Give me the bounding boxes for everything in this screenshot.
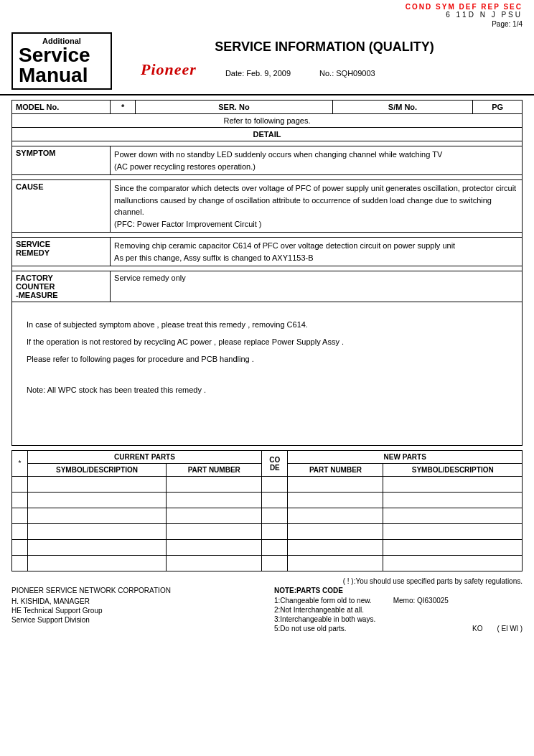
pioneer-text: Pioneer xyxy=(141,60,197,79)
e6c2 xyxy=(27,556,166,571)
gap-row2 xyxy=(12,175,523,180)
cause-label: CAUSE xyxy=(12,180,111,233)
note-code-label: NOTE:PARTS CODE xyxy=(274,587,523,594)
symptom-label: SYMPTOM xyxy=(12,146,111,175)
refer-row: Refer to following pages. xyxy=(12,114,523,128)
notes-box: In case of subjected symptom above , ple… xyxy=(27,312,507,406)
detail-label: DETAIL xyxy=(12,128,523,141)
e6c4 xyxy=(262,556,288,571)
new-parts-header: NEW PARTS xyxy=(288,451,523,464)
el-wl-label: ( El Wl ) xyxy=(497,625,523,633)
part-number1-header: PART NUMBER xyxy=(167,464,262,477)
sm-label: S/M No. xyxy=(332,101,473,114)
e1c1 xyxy=(12,477,28,493)
co-label: CO xyxy=(265,456,284,464)
factory-text: Service remedy only xyxy=(111,271,523,302)
notes-row: In case of subjected symptom above , ple… xyxy=(12,302,523,446)
e3c5 xyxy=(288,508,383,524)
cause-text: Since the comparator which detects over … xyxy=(111,180,523,233)
no-label: No.: SQH09003 xyxy=(319,69,375,78)
note-line3: Please refer to following pages for proc… xyxy=(27,353,507,367)
note-line1: In case of subjected symptom above , ple… xyxy=(27,318,507,332)
remedy-text: Removing chip ceramic capacitor C614 of … xyxy=(111,238,523,266)
e3c3 xyxy=(167,508,262,524)
e1c5 xyxy=(288,477,383,493)
header-center: SERVICE INFORMATION (QUALITY) Pioneer Da… xyxy=(126,39,523,83)
e2c2 xyxy=(27,493,166,508)
parts-empty-row-2 xyxy=(12,493,523,508)
refer-text: Refer to following pages. xyxy=(12,114,523,128)
e3c4 xyxy=(262,508,288,524)
e1c4 xyxy=(262,477,288,493)
cond-values: 6 11D N J PSU xyxy=(406,11,523,19)
e6c3 xyxy=(167,556,262,571)
e6c5 xyxy=(288,556,383,571)
pg-label: PG xyxy=(473,101,523,114)
e1c2 xyxy=(27,477,166,493)
parts-empty-row-6 xyxy=(12,556,523,571)
tech-group: HE Technical Support Group xyxy=(11,607,260,615)
manager-name: H. KISHIDA, MANAGER xyxy=(11,597,260,605)
factory-label: FACTORY COUNTER -MEASURE xyxy=(12,271,111,302)
ko-label: KO xyxy=(472,625,482,633)
factory-label3: -MEASURE xyxy=(16,291,106,299)
page-number: Page: 1/4 xyxy=(406,20,523,28)
e5c5 xyxy=(288,540,383,556)
note-line2: If the operation is not restored by recy… xyxy=(27,335,507,350)
e5c6 xyxy=(383,540,523,556)
e3c6 xyxy=(383,508,523,524)
gap-row3 xyxy=(12,233,523,238)
document-title: SERVICE INFORMATION (QUALITY) xyxy=(126,39,523,55)
factory-label1: FACTORY xyxy=(16,274,106,282)
parts-empty-row-5 xyxy=(12,540,523,556)
footer-top: PIONEER SERVICE NETWORK CORPORATION H. K… xyxy=(11,587,523,633)
cause-content: Since the comparator which detects over … xyxy=(114,182,518,230)
code-header: CO DE xyxy=(262,451,288,477)
service-div: Service Support Division xyxy=(11,616,260,624)
e4c1 xyxy=(12,524,28,540)
symptom-row: SYMPTOM Power down with no standby LED s… xyxy=(12,146,523,175)
remedy-content: Removing chip ceramic capacitor C614 of … xyxy=(114,240,518,263)
footer: PIONEER SERVICE NETWORK CORPORATION H. K… xyxy=(11,587,523,633)
cond-label: COND SYM DEF REP SEC xyxy=(406,3,523,11)
notes-cell: In case of subjected symptom above , ple… xyxy=(12,302,523,446)
footer-right: NOTE:PARTS CODE 1:Changeable form old to… xyxy=(274,587,523,633)
service-label1: SERVICE xyxy=(16,240,106,248)
parts-empty-row-1 xyxy=(12,477,523,493)
e6c1 xyxy=(12,556,28,571)
memo: Memo: QI630025 xyxy=(393,597,449,605)
e1c3 xyxy=(167,477,262,493)
cause-row: CAUSE Since the comparator which detects… xyxy=(12,180,523,233)
parts-empty-row-4 xyxy=(12,524,523,540)
header-date-no: Date: Feb. 9, 2009 No.: SQH09003 xyxy=(225,69,375,78)
manual-label: Manual xyxy=(19,65,105,85)
e3c1 xyxy=(12,508,28,524)
e2c4 xyxy=(262,493,288,508)
parts-table: * CURRENT PARTS CO DE NEW PARTS SYMBOL/D… xyxy=(11,450,523,571)
gap-row4 xyxy=(12,266,523,271)
footer-left: PIONEER SERVICE NETWORK CORPORATION H. K… xyxy=(11,587,260,633)
e6c6 xyxy=(383,556,523,571)
note3: 3:Interchangeable in both ways. xyxy=(274,615,523,623)
gap-row xyxy=(12,141,523,146)
part-number2-header: PART NUMBER xyxy=(288,464,383,477)
note-line5: Note: All WPC stock has been treated thi… xyxy=(27,383,507,398)
service-remedy-label: SERVICE REMEDY xyxy=(12,238,111,266)
e2c3 xyxy=(167,493,262,508)
company-name: PIONEER SERVICE NETWORK CORPORATION xyxy=(11,587,260,594)
main-table: MODEL No. * SER. No S/M No. PG Refer to … xyxy=(11,100,523,446)
header: Additional Service Manual SERVICE INFORM… xyxy=(0,29,534,95)
service-remedy-row: SERVICE REMEDY Removing chip ceramic cap… xyxy=(12,238,523,266)
page: COND SYM DEF REP SEC 6 11D N J PSU Page:… xyxy=(0,0,534,756)
pioneer-logo: Pioneer xyxy=(141,60,197,79)
symptom-content: Power down with no standby LED suddenly … xyxy=(114,149,518,172)
note4: 5:Do not use old parts. xyxy=(274,625,347,633)
e4c3 xyxy=(167,524,262,540)
e5c2 xyxy=(27,540,166,556)
e4c6 xyxy=(383,524,523,540)
factory-label2: COUNTER xyxy=(16,282,106,291)
detail-row: DETAIL xyxy=(12,128,523,141)
ser-label: SER. No xyxy=(136,101,332,114)
de-label: DE xyxy=(265,464,284,472)
symptom-text: Power down with no standby LED suddenly … xyxy=(111,146,523,175)
